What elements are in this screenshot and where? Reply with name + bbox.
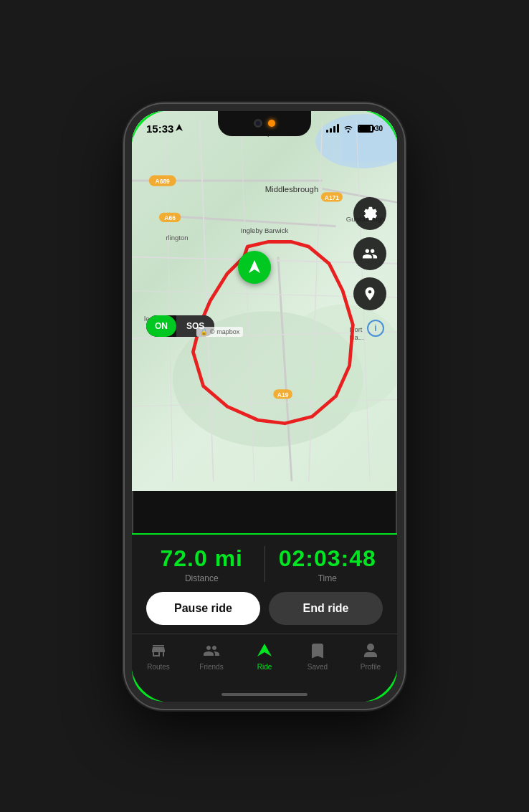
pause-ride-button[interactable]: Pause ride <box>146 592 260 625</box>
time-label: Time <box>318 573 337 583</box>
ride-tab-label: Ride <box>257 663 272 671</box>
distance-label: Distance <box>185 573 219 583</box>
tab-saved[interactable]: Saved <box>291 641 344 671</box>
saved-tab-label: Saved <box>308 663 328 671</box>
friends-icon <box>202 641 221 660</box>
notch <box>218 111 311 136</box>
navigation-arrow-icon <box>176 124 183 133</box>
status-time: 15:33 <box>146 123 183 135</box>
svg-marker-0 <box>176 124 183 131</box>
tab-friends[interactable]: Friends <box>185 641 238 671</box>
map-container[interactable]: A689 A66 A171 A19 Hartlepool Middlesbrou… <box>132 111 397 491</box>
ride-icon <box>255 641 274 660</box>
sos-on-label: ON <box>146 315 176 337</box>
svg-marker-34 <box>257 644 272 656</box>
lock-icon: 🔒 <box>200 328 208 335</box>
proximity-sensor <box>268 120 275 127</box>
phone-wrapper: 15:33 <box>0 0 529 812</box>
profile-icon <box>361 641 380 660</box>
stats-row: 72.0 mi Distance 02:03:48 Time <box>146 545 383 583</box>
stats-panel: 72.0 mi Distance 02:03:48 Time Pause rid… <box>132 533 397 634</box>
settings-button[interactable] <box>353 197 386 230</box>
routes-icon <box>149 641 168 660</box>
mapbox-attribution: 🔒 © mapbox <box>196 327 243 337</box>
gear-icon <box>362 206 378 221</box>
time-value: 02:03:48 <box>279 545 376 572</box>
profile-tab-label: Profile <box>361 663 381 671</box>
map-background: A689 A66 A171 A19 Hartlepool Middlesbrou… <box>132 111 397 491</box>
home-indicator <box>221 693 308 696</box>
info-button[interactable]: i <box>367 320 384 337</box>
wifi-icon <box>343 124 354 133</box>
saved-icon <box>308 641 327 660</box>
time-display: 15:33 <box>146 123 173 135</box>
distance-value: 72.0 mi <box>160 545 243 572</box>
battery-icon: 30 <box>358 125 383 133</box>
routes-tab-label: Routes <box>147 663 170 671</box>
stat-divider <box>264 546 265 582</box>
tab-bar: Routes Friends Ride <box>132 634 397 702</box>
map-controls <box>353 197 386 310</box>
distance-stat: 72.0 mi Distance <box>146 545 257 583</box>
location-marker <box>238 251 271 284</box>
status-icons: 30 <box>326 124 383 133</box>
compass-button[interactable] <box>353 277 386 310</box>
tab-profile[interactable]: Profile <box>344 641 397 671</box>
compass-icon <box>362 286 378 302</box>
navigation-marker-icon <box>246 259 263 276</box>
tab-ride[interactable]: Ride <box>238 641 291 671</box>
tab-routes[interactable]: Routes <box>132 641 185 671</box>
action-buttons: Pause ride End ride <box>146 592 383 625</box>
front-camera <box>254 119 262 128</box>
people-icon <box>362 246 378 262</box>
time-stat: 02:03:48 Time <box>272 545 383 583</box>
svg-point-35 <box>368 644 373 650</box>
phone-frame: 15:33 <box>125 104 404 709</box>
end-ride-button[interactable]: End ride <box>269 592 383 625</box>
group-button[interactable] <box>353 237 386 270</box>
friends-tab-label: Friends <box>199 663 223 671</box>
signal-strength-icon <box>326 124 339 133</box>
